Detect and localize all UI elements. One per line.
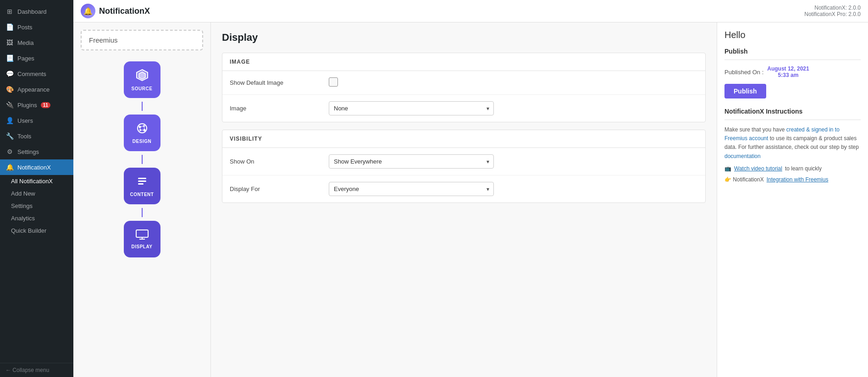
freemius-breadcrumb: Freemius	[81, 30, 203, 50]
show-on-select[interactable]: Show Everywhere Selected Pages Excluding…	[329, 154, 494, 169]
svg-rect-11	[138, 178, 146, 179]
publish-button[interactable]: Publish	[724, 84, 766, 98]
media-icon: 🖼	[6, 38, 14, 47]
hello-text: Hello	[724, 30, 861, 40]
show-on-control: Show Everywhere Selected Pages Excluding…	[329, 154, 698, 169]
display-for-label: Display For	[230, 186, 321, 192]
published-on-row: Published On : August 12, 2021 5:33 am	[724, 66, 861, 78]
appearance-icon: 🎨	[6, 85, 14, 93]
image-control: None Gravatar Default	[329, 101, 698, 115]
main-content: 🔔 NotificationX NotificationX: 2.0.0 Not…	[73, 0, 868, 377]
image-label: Image	[230, 105, 321, 112]
sidebar-item-pages[interactable]: 📃 Pages	[0, 50, 73, 66]
integration-item: 👉 NotificationX Integration with Freemiu…	[724, 176, 861, 183]
video-tutorial-item: 📺 Watch video tutorial to learn quickly	[724, 165, 861, 172]
show-on-row: Show On Show Everywhere Selected Pages E…	[222, 148, 705, 175]
instructions-section: NotificationX Instructions Make sure tha…	[724, 108, 861, 183]
sidebar-item-comments[interactable]: 💬 Comments	[0, 66, 73, 82]
brand: 🔔 NotificationX	[81, 4, 150, 18]
svg-rect-14	[136, 230, 148, 237]
visibility-section-header: VISIBILITY	[222, 130, 705, 148]
notificationx-icon: 🔔	[6, 163, 14, 171]
design-step-label: DESIGN	[133, 139, 151, 144]
collapse-menu-button[interactable]: ← Collapse menu	[0, 363, 73, 377]
display-for-control: Everyone Logged In Users Logged Out User…	[329, 182, 698, 196]
show-default-image-row: Show Default Image	[222, 71, 705, 95]
wizard-step-design[interactable]: DESIGN	[124, 115, 160, 151]
sidebar-sub-settings[interactable]: Settings	[0, 200, 73, 212]
sidebar-item-users[interactable]: 👤 Users	[0, 113, 73, 128]
svg-point-2	[138, 124, 147, 133]
sidebar-item-media[interactable]: 🖼 Media	[0, 35, 73, 50]
show-default-image-label: Show Default Image	[230, 79, 321, 86]
dashboard-icon: ⊞	[6, 7, 14, 16]
visibility-section: VISIBILITY Show On Show Everywhere Selec…	[222, 130, 706, 203]
sidebar-sub-add-new[interactable]: Add New	[0, 187, 73, 200]
plugins-badge: 11	[41, 102, 50, 108]
connector-source-design	[142, 102, 143, 111]
page-title: Display	[222, 32, 706, 44]
show-default-image-control	[329, 77, 698, 88]
image-row: Image None Gravatar Default	[222, 95, 705, 122]
instructions-title: NotificationX Instructions	[724, 108, 861, 120]
pages-icon: 📃	[6, 54, 14, 62]
tools-icon: 🔧	[6, 132, 14, 140]
published-on-label: Published On :	[724, 69, 763, 76]
show-on-select-wrapper: Show Everywhere Selected Pages Excluding…	[329, 154, 494, 169]
video-tutorial-link[interactable]: Watch video tutorial	[734, 165, 782, 172]
brand-logo-icon: 🔔	[83, 7, 93, 16]
show-on-label: Show On	[230, 158, 321, 165]
right-sidebar: Hello Publish Published On : August 12, …	[717, 22, 868, 377]
image-section: IMAGE Show Default Image Image None Grav…	[222, 53, 706, 122]
wizard-step-source[interactable]: SOURCE	[124, 61, 160, 98]
content-area: Freemius SOURCE	[73, 22, 868, 377]
content-step-icon	[136, 175, 148, 190]
image-select[interactable]: None Gravatar Default	[329, 101, 494, 115]
version-info: NotificationX: 2.0.0 NotificationX Pro: …	[804, 5, 861, 17]
svg-rect-13	[138, 183, 144, 185]
wizard-step-display[interactable]: DISPLAY	[124, 221, 160, 257]
sidebar: ⊞ Dashboard 📄 Posts 🖼 Media 📃 Pages 💬 Co…	[0, 0, 73, 377]
posts-icon: 📄	[6, 23, 14, 31]
sidebar-sub-all-notificationx[interactable]: All NotificationX	[0, 175, 73, 187]
sidebar-item-tools[interactable]: 🔧 Tools	[0, 128, 73, 144]
image-select-wrapper: None Gravatar Default	[329, 101, 494, 115]
svg-rect-12	[138, 180, 146, 182]
documentation-link[interactable]: documentation	[724, 153, 761, 159]
wizard-step-content[interactable]: CONTENT	[124, 168, 160, 204]
version-line2: NotificationX Pro: 2.0.0	[804, 11, 861, 17]
sidebar-sub-quick-builder[interactable]: Quick Builder	[0, 224, 73, 237]
sidebar-item-settings[interactable]: ⚙ Settings	[0, 144, 73, 159]
image-section-header: IMAGE	[222, 53, 705, 71]
brand-logo: 🔔	[81, 4, 95, 18]
sidebar-item-posts[interactable]: 📄 Posts	[0, 19, 73, 35]
form-panel: Display IMAGE Show Default Image Image N	[211, 22, 717, 377]
sidebar-item-dashboard[interactable]: ⊞ Dashboard	[0, 4, 73, 19]
display-for-row: Display For Everyone Logged In Users Log…	[222, 175, 705, 202]
display-for-select-wrapper: Everyone Logged In Users Logged Out User…	[329, 182, 494, 196]
content-step-label: CONTENT	[130, 192, 154, 197]
svg-marker-1	[139, 72, 145, 79]
users-icon: 👤	[6, 116, 14, 125]
sidebar-item-plugins[interactable]: 🔌 Plugins 11	[0, 97, 73, 113]
connector-design-content	[142, 155, 143, 164]
version-line1: NotificationX: 2.0.0	[804, 5, 861, 11]
plugins-icon: 🔌	[6, 101, 14, 109]
integration-link[interactable]: Integration with Freemius	[767, 176, 829, 183]
sidebar-item-appearance[interactable]: 🎨 Appearance	[0, 82, 73, 97]
source-step-label: SOURCE	[132, 86, 153, 91]
source-step-icon	[136, 69, 149, 84]
settings-icon: ⚙	[6, 148, 14, 156]
comments-icon: 💬	[6, 70, 14, 78]
display-step-icon	[136, 229, 149, 242]
publish-section-title: Publish	[724, 48, 861, 60]
wizard-panel: Freemius SOURCE	[73, 22, 211, 377]
brand-name: NotificationX	[99, 6, 150, 16]
show-default-image-checkbox[interactable]	[329, 77, 338, 87]
connector-content-display	[142, 208, 143, 217]
display-for-select[interactable]: Everyone Logged In Users Logged Out User…	[329, 182, 494, 196]
topbar: 🔔 NotificationX NotificationX: 2.0.0 Not…	[73, 0, 868, 22]
publish-section: Publish Published On : August 12, 2021 5…	[724, 48, 861, 98]
sidebar-item-notificationx[interactable]: 🔔 NotificationX	[0, 159, 73, 175]
sidebar-sub-analytics[interactable]: Analytics	[0, 212, 73, 224]
